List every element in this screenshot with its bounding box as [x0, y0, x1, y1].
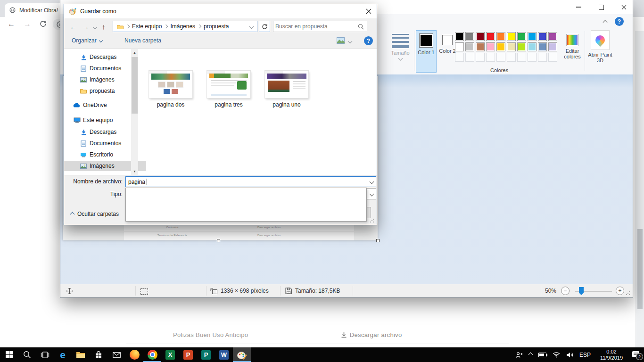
- nav-back-icon[interactable]: ←: [70, 23, 77, 30]
- file-item[interactable]: pagina dos: [142, 71, 199, 108]
- palette-empty-slot[interactable]: [538, 53, 547, 62]
- palette-color[interactable]: [507, 32, 516, 41]
- palette-color[interactable]: [548, 42, 557, 51]
- file-item[interactable]: pagina uno: [258, 71, 315, 108]
- palette-color[interactable]: [486, 42, 495, 51]
- palette-color[interactable]: [517, 32, 526, 41]
- breadcrumb-segment[interactable]: Este equipo: [132, 23, 162, 30]
- scroll-down-icon[interactable]: ▼: [131, 168, 138, 175]
- browser-back-icon[interactable]: ←: [8, 20, 15, 28]
- taskbar-clock[interactable]: 0:02 11/9/2019: [597, 349, 626, 361]
- scrollbar-thumb[interactable]: [637, 229, 643, 309]
- taskbar-powerpoint[interactable]: P: [179, 347, 197, 362]
- zoom-in-button[interactable]: +: [616, 287, 624, 295]
- filename-input[interactable]: pagina: [125, 176, 376, 187]
- palette-color[interactable]: [507, 42, 516, 51]
- palette-empty-slot[interactable]: [455, 53, 464, 62]
- people-icon[interactable]: [516, 352, 523, 358]
- palette-empty-slot[interactable]: [528, 53, 537, 62]
- color1-button[interactable]: Color 1: [416, 30, 437, 73]
- battery-icon[interactable]: [538, 353, 546, 357]
- taskbar-mail[interactable]: [107, 347, 125, 362]
- organize-button[interactable]: Organizar: [72, 37, 102, 44]
- palette-color[interactable]: [476, 32, 485, 41]
- sidebar-scrollbar[interactable]: ▲ ▼: [131, 49, 138, 175]
- open-paint3d-button[interactable]: Abrir Paint 3D: [587, 30, 613, 73]
- palette-color[interactable]: [548, 32, 557, 41]
- canvas-resize-handle[interactable]: [217, 239, 220, 242]
- minimize-button[interactable]: [570, 2, 586, 12]
- address-dropdown-icon[interactable]: [249, 24, 254, 29]
- palette-color[interactable]: [486, 32, 495, 41]
- zoom-slider-thumb[interactable]: [579, 287, 584, 295]
- taskbar-word[interactable]: W: [215, 347, 233, 362]
- palette-color[interactable]: [455, 32, 464, 41]
- palette-color[interactable]: [465, 32, 474, 41]
- palette-color[interactable]: [496, 32, 505, 41]
- view-mode-icon[interactable]: [337, 37, 345, 44]
- palette-color[interactable]: [465, 42, 474, 51]
- palette-color[interactable]: [517, 42, 526, 51]
- palette-color[interactable]: [538, 42, 547, 51]
- search-input[interactable]: [273, 23, 355, 30]
- palette-color[interactable]: [528, 32, 537, 41]
- palette-empty-slot[interactable]: [476, 53, 485, 62]
- nav-forward-icon[interactable]: →: [82, 23, 89, 30]
- dialog-resize-grip[interactable]: [370, 218, 374, 223]
- color2-button[interactable]: Color 2: [438, 30, 457, 73]
- taskbar-edge[interactable]: e: [54, 347, 72, 362]
- palette-empty-slot[interactable]: [465, 53, 474, 62]
- view-dropdown-icon[interactable]: [348, 39, 353, 44]
- browser-scrollbar[interactable]: [636, 31, 644, 347]
- breadcrumb-segment[interactable]: Imágenes: [170, 23, 195, 30]
- recent-locations-icon[interactable]: [93, 25, 98, 30]
- scroll-up-icon[interactable]: ▲: [131, 49, 138, 56]
- taskbar-excel[interactable]: X: [161, 347, 179, 362]
- nav-up-icon[interactable]: ↑: [102, 23, 106, 30]
- close-button[interactable]: [616, 2, 632, 12]
- tray-expand-icon[interactable]: [528, 353, 533, 357]
- hide-folders-button[interactable]: Ocultar carpetas: [71, 211, 119, 217]
- chevron-down-icon[interactable]: [367, 180, 376, 183]
- sidebar-item-este-equipo[interactable]: Este equipo: [64, 115, 140, 125]
- palette-color[interactable]: [455, 42, 464, 51]
- sidebar-item-onedrive[interactable]: OneDrive: [64, 100, 140, 110]
- palette-color[interactable]: [528, 42, 537, 51]
- palette-color[interactable]: [476, 42, 485, 51]
- maximize-button[interactable]: [593, 2, 609, 12]
- filename-dropdown-list[interactable]: [125, 188, 367, 222]
- taskbar-firefox[interactable]: [125, 347, 143, 362]
- palette-color[interactable]: [538, 32, 547, 41]
- new-folder-button[interactable]: Nueva carpeta: [124, 37, 161, 44]
- window-resize-grip[interactable]: [626, 291, 630, 296]
- browser-reload-icon[interactable]: [40, 20, 47, 27]
- taskbar-store[interactable]: [90, 347, 107, 362]
- palette-color[interactable]: [496, 42, 505, 51]
- palette-empty-slot[interactable]: [507, 53, 516, 62]
- dialog-close-button[interactable]: [363, 7, 375, 16]
- scrollbar-thumb[interactable]: [132, 57, 138, 114]
- chevron-down-icon[interactable]: [367, 192, 376, 196]
- zoom-out-button[interactable]: −: [561, 287, 570, 295]
- taskbar-chrome[interactable]: [143, 347, 161, 362]
- language-indicator[interactable]: ESP: [579, 352, 591, 358]
- size-button[interactable]: Tamaño: [387, 30, 414, 73]
- volume-icon[interactable]: [566, 352, 573, 358]
- start-button[interactable]: [0, 347, 18, 362]
- edit-colors-button[interactable]: Editar colores: [561, 30, 584, 73]
- palette-empty-slot[interactable]: [517, 53, 526, 62]
- breadcrumb[interactable]: Este equipo Imágenes propuesta: [113, 21, 257, 32]
- help-icon[interactable]: ?: [615, 17, 624, 26]
- wifi-icon[interactable]: [553, 352, 560, 358]
- palette-empty-slot[interactable]: [548, 53, 557, 62]
- taskbar-publisher[interactable]: P: [197, 347, 215, 362]
- file-item[interactable]: pagina tres: [200, 71, 257, 108]
- task-view-button[interactable]: [36, 347, 54, 362]
- download-link[interactable]: Descargar archivo: [295, 331, 448, 338]
- breadcrumb-segment[interactable]: propuesta: [204, 23, 229, 30]
- taskbar-paint[interactable]: [233, 347, 251, 362]
- search-box[interactable]: [273, 21, 367, 32]
- taskbar-search-button[interactable]: [18, 347, 36, 362]
- refresh-button[interactable]: [259, 21, 270, 32]
- help-icon[interactable]: ?: [364, 36, 373, 45]
